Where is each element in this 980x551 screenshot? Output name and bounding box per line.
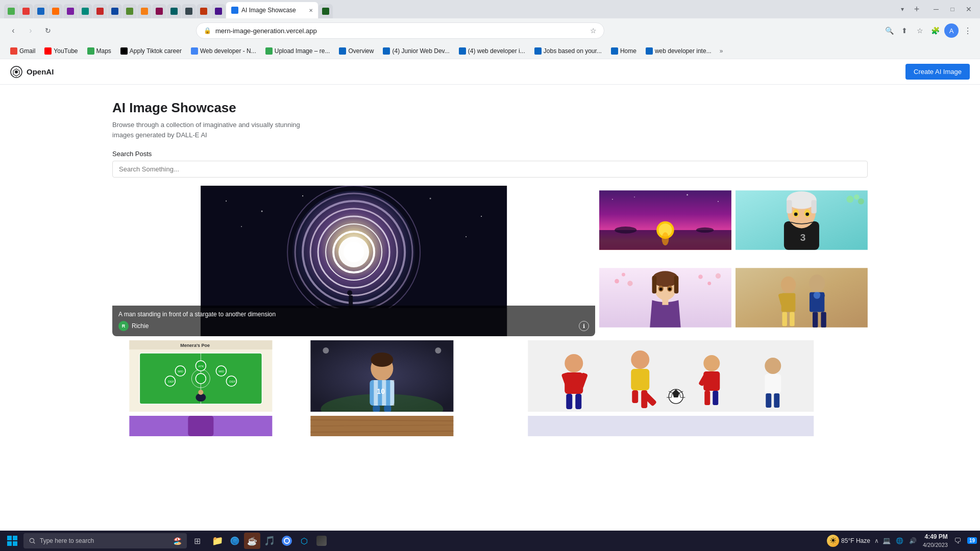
tab-item[interactable] [318,4,333,18]
taskbar-app-java[interactable]: ☕ [244,533,260,549]
search-icon[interactable]: 🔍 [883,24,895,37]
taskbar-search[interactable]: Type here to search 🏖️ [23,533,187,548]
image-card-wood[interactable] [293,416,471,436]
taskbar-app-vscode[interactable]: ⬡ [296,533,312,549]
tab-item[interactable] [182,4,196,18]
bookmark-overview[interactable]: Overview [335,45,378,57]
network-icon[interactable]: 🌐 [894,535,905,546]
maximize-btn[interactable]: □ [945,2,960,16]
image-card-purple-player[interactable] [112,416,289,436]
image-card-extra[interactable] [474,416,868,436]
taskbar-app-chrome[interactable] [279,533,295,549]
chrome-icon [282,536,292,546]
windows-icon [7,536,17,546]
create-ai-image-btn[interactable]: Create AI Image [905,64,970,80]
taskbar-app-cursor[interactable] [313,533,330,549]
svg-rect-129 [766,393,772,408]
wood-image [293,416,471,436]
systray: ☀ 85°F Haze ∧ 💻 🌐 🔊 4:49 PM 4/20/2023 🗨 … [827,533,977,548]
clock[interactable]: 4:49 PM 4/20/2023 [923,533,948,548]
image-card-anime-girl[interactable] [599,263,731,337]
weather-display[interactable]: ☀ 85°F Haze [827,535,870,547]
extensions-icon[interactable]: 🧩 [929,24,941,37]
profile-btn[interactable]: A [944,23,959,38]
star-icon[interactable]: ☆ [914,24,926,37]
page-content: OpenAI Create AI Image AI Image Showcase… [0,59,980,531]
anime-boy-image: 3 [736,186,868,255]
tab-item[interactable] [197,4,211,18]
svg-point-36 [847,196,854,203]
notification-btn[interactable]: 🗨 [952,535,963,546]
svg-point-127 [765,358,781,374]
taskbar-app-edge[interactable] [227,533,243,549]
menu-btn[interactable]: ⋮ [962,24,974,37]
bookmark-maps[interactable]: Maps [83,45,115,57]
image-card-tactics[interactable]: Menera's Poe [112,340,289,412]
tab-item[interactable] [19,4,33,18]
image-card-cartoon-soccer[interactable] [474,340,868,412]
svg-point-9 [241,226,242,227]
tab-item[interactable] [122,4,137,18]
tab-item[interactable] [137,4,152,18]
new-tab-btn[interactable]: + [911,3,923,15]
url-bar[interactable]: 🔒 mern-image-generation.vercel.app ☆ [196,22,604,39]
svg-point-63 [668,287,671,290]
taskbar-app-spotify[interactable]: 🎵 [261,533,278,549]
chevron-up-icon[interactable]: ∧ [874,537,879,544]
svg-rect-119 [632,390,639,403]
bookmark-web-dev-i[interactable]: (4) web developer i... [455,45,529,57]
svg-point-3 [226,201,227,202]
tab-item[interactable] [4,4,18,18]
cursor-icon [316,536,327,546]
monitor-icon[interactable]: 💻 [881,535,892,546]
image-card-anime-boy[interactable]: 3 [736,186,868,259]
info-icon[interactable]: ℹ [579,321,589,331]
bookmark-star-icon[interactable]: ☆ [590,27,597,35]
tab-item[interactable] [108,4,122,18]
image-card-sunset[interactable] [599,186,731,259]
svg-rect-141 [7,541,12,546]
refresh-btn[interactable]: ↻ [41,23,55,38]
forward-btn[interactable]: › [23,23,38,38]
svg-point-4 [261,211,263,212]
bookmark-upload[interactable]: Upload Image – re... [261,45,334,57]
svg-point-7 [430,198,431,199]
tab-item[interactable] [211,4,226,18]
page-subtitle-1: Browse through a collection of imaginati… [112,120,868,130]
svg-rect-73 [782,312,787,326]
back-btn[interactable]: ‹ [6,23,20,38]
bookmark-home[interactable]: Home [607,45,641,57]
bookmark-youtube[interactable]: YouTube [40,45,82,57]
svg-point-68 [814,291,821,298]
image-card-messi[interactable]: 10 [293,340,471,412]
close-btn[interactable]: ✕ [962,2,976,16]
tab-item[interactable] [78,4,92,18]
tab-item[interactable] [152,4,166,18]
search-input[interactable] [112,161,868,178]
volume-icon[interactable]: 🔊 [908,535,919,546]
tab-item[interactable] [167,4,181,18]
start-button[interactable] [3,532,21,550]
svg-rect-133 [188,416,213,436]
tabs-dropdown-btn[interactable]: ▾ [896,3,909,15]
tab-item[interactable] [63,4,78,18]
more-bookmarks-btn[interactable]: » [717,45,726,57]
tab-close-btn[interactable]: ✕ [309,8,313,13]
bookmark-jobs[interactable]: Jobs based on your... [530,45,606,57]
image-card-stargate[interactable]: A man standing in front of a stargate to… [112,186,595,336]
minimize-btn[interactable]: ─ [929,2,943,16]
share-icon[interactable]: ⬆ [898,24,911,37]
tab-item[interactable] [93,4,107,18]
svg-point-51 [622,272,625,276]
task-view-btn[interactable]: ⊞ [189,533,205,549]
bookmark-tiktok[interactable]: Apply Tiktok career [116,45,186,57]
bookmark-gmail[interactable]: Gmail [6,45,39,57]
bookmark-junior-dev[interactable]: (4) Junior Web Dev... [379,45,453,57]
tab-item[interactable] [48,4,63,18]
tab-item[interactable] [34,4,48,18]
bookmark-web-inte[interactable]: web developer inte... [642,45,716,57]
active-tab[interactable]: AI Image Showcase ✕ [226,2,318,18]
image-card-soccer-pair[interactable] [736,263,868,337]
bookmark-webdev[interactable]: Web developer - N... [187,45,260,57]
taskbar-app-explorer[interactable]: 📁 [209,533,226,549]
